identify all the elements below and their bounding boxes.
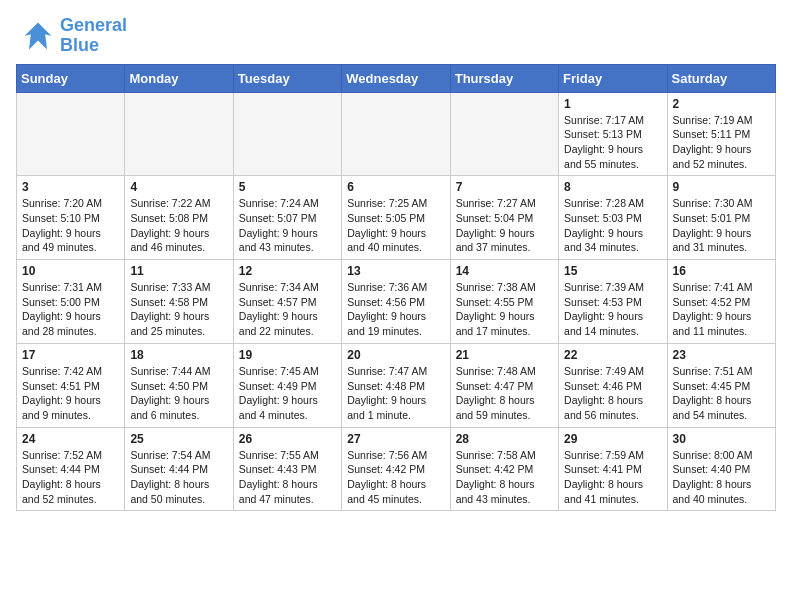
calendar-cell <box>233 92 341 176</box>
day-number: 21 <box>456 348 553 362</box>
day-info: Sunrise: 7:27 AM Sunset: 5:04 PM Dayligh… <box>456 196 553 255</box>
day-number: 25 <box>130 432 227 446</box>
day-info: Sunrise: 7:56 AM Sunset: 4:42 PM Dayligh… <box>347 448 444 507</box>
day-info: Sunrise: 7:52 AM Sunset: 4:44 PM Dayligh… <box>22 448 119 507</box>
weekday-header-friday: Friday <box>559 64 667 92</box>
day-number: 7 <box>456 180 553 194</box>
calendar-cell <box>17 92 125 176</box>
day-info: Sunrise: 7:22 AM Sunset: 5:08 PM Dayligh… <box>130 196 227 255</box>
calendar-cell: 17Sunrise: 7:42 AM Sunset: 4:51 PM Dayli… <box>17 343 125 427</box>
day-info: Sunrise: 7:33 AM Sunset: 4:58 PM Dayligh… <box>130 280 227 339</box>
calendar-cell: 5Sunrise: 7:24 AM Sunset: 5:07 PM Daylig… <box>233 176 341 260</box>
calendar-cell: 29Sunrise: 7:59 AM Sunset: 4:41 PM Dayli… <box>559 427 667 511</box>
day-info: Sunrise: 7:20 AM Sunset: 5:10 PM Dayligh… <box>22 196 119 255</box>
week-row-3: 10Sunrise: 7:31 AM Sunset: 5:00 PM Dayli… <box>17 260 776 344</box>
calendar-cell: 20Sunrise: 7:47 AM Sunset: 4:48 PM Dayli… <box>342 343 450 427</box>
calendar-cell: 7Sunrise: 7:27 AM Sunset: 5:04 PM Daylig… <box>450 176 558 260</box>
week-row-1: 1Sunrise: 7:17 AM Sunset: 5:13 PM Daylig… <box>17 92 776 176</box>
day-number: 20 <box>347 348 444 362</box>
day-number: 9 <box>673 180 770 194</box>
calendar-cell: 30Sunrise: 8:00 AM Sunset: 4:40 PM Dayli… <box>667 427 775 511</box>
day-info: Sunrise: 8:00 AM Sunset: 4:40 PM Dayligh… <box>673 448 770 507</box>
day-info: Sunrise: 7:38 AM Sunset: 4:55 PM Dayligh… <box>456 280 553 339</box>
calendar-cell: 19Sunrise: 7:45 AM Sunset: 4:49 PM Dayli… <box>233 343 341 427</box>
day-number: 1 <box>564 97 661 111</box>
calendar-cell: 14Sunrise: 7:38 AM Sunset: 4:55 PM Dayli… <box>450 260 558 344</box>
logo-text: General Blue <box>60 16 127 56</box>
weekday-header-row: SundayMondayTuesdayWednesdayThursdayFrid… <box>17 64 776 92</box>
calendar-table: SundayMondayTuesdayWednesdayThursdayFrid… <box>16 64 776 512</box>
day-info: Sunrise: 7:19 AM Sunset: 5:11 PM Dayligh… <box>673 113 770 172</box>
svg-marker-0 <box>25 22 52 49</box>
calendar-cell: 16Sunrise: 7:41 AM Sunset: 4:52 PM Dayli… <box>667 260 775 344</box>
day-info: Sunrise: 7:45 AM Sunset: 4:49 PM Dayligh… <box>239 364 336 423</box>
day-number: 30 <box>673 432 770 446</box>
calendar-cell: 12Sunrise: 7:34 AM Sunset: 4:57 PM Dayli… <box>233 260 341 344</box>
day-info: Sunrise: 7:55 AM Sunset: 4:43 PM Dayligh… <box>239 448 336 507</box>
weekday-header-tuesday: Tuesday <box>233 64 341 92</box>
day-info: Sunrise: 7:59 AM Sunset: 4:41 PM Dayligh… <box>564 448 661 507</box>
day-number: 27 <box>347 432 444 446</box>
day-number: 2 <box>673 97 770 111</box>
calendar-cell <box>125 92 233 176</box>
day-info: Sunrise: 7:44 AM Sunset: 4:50 PM Dayligh… <box>130 364 227 423</box>
day-info: Sunrise: 7:58 AM Sunset: 4:42 PM Dayligh… <box>456 448 553 507</box>
day-info: Sunrise: 7:42 AM Sunset: 4:51 PM Dayligh… <box>22 364 119 423</box>
calendar-cell <box>342 92 450 176</box>
day-number: 16 <box>673 264 770 278</box>
weekday-header-thursday: Thursday <box>450 64 558 92</box>
day-number: 14 <box>456 264 553 278</box>
calendar-cell: 21Sunrise: 7:48 AM Sunset: 4:47 PM Dayli… <box>450 343 558 427</box>
day-info: Sunrise: 7:41 AM Sunset: 4:52 PM Dayligh… <box>673 280 770 339</box>
day-info: Sunrise: 7:48 AM Sunset: 4:47 PM Dayligh… <box>456 364 553 423</box>
week-row-2: 3Sunrise: 7:20 AM Sunset: 5:10 PM Daylig… <box>17 176 776 260</box>
calendar-cell: 6Sunrise: 7:25 AM Sunset: 5:05 PM Daylig… <box>342 176 450 260</box>
calendar-cell: 24Sunrise: 7:52 AM Sunset: 4:44 PM Dayli… <box>17 427 125 511</box>
calendar-cell: 11Sunrise: 7:33 AM Sunset: 4:58 PM Dayli… <box>125 260 233 344</box>
week-row-5: 24Sunrise: 7:52 AM Sunset: 4:44 PM Dayli… <box>17 427 776 511</box>
calendar-cell: 8Sunrise: 7:28 AM Sunset: 5:03 PM Daylig… <box>559 176 667 260</box>
day-number: 4 <box>130 180 227 194</box>
day-info: Sunrise: 7:39 AM Sunset: 4:53 PM Dayligh… <box>564 280 661 339</box>
weekday-header-sunday: Sunday <box>17 64 125 92</box>
calendar-cell <box>450 92 558 176</box>
weekday-header-saturday: Saturday <box>667 64 775 92</box>
day-number: 18 <box>130 348 227 362</box>
day-number: 6 <box>347 180 444 194</box>
day-number: 5 <box>239 180 336 194</box>
day-number: 26 <box>239 432 336 446</box>
day-number: 23 <box>673 348 770 362</box>
logo: General Blue <box>20 16 127 56</box>
calendar-cell: 3Sunrise: 7:20 AM Sunset: 5:10 PM Daylig… <box>17 176 125 260</box>
calendar-cell: 25Sunrise: 7:54 AM Sunset: 4:44 PM Dayli… <box>125 427 233 511</box>
calendar-cell: 22Sunrise: 7:49 AM Sunset: 4:46 PM Dayli… <box>559 343 667 427</box>
logo-icon <box>20 18 56 54</box>
day-info: Sunrise: 7:51 AM Sunset: 4:45 PM Dayligh… <box>673 364 770 423</box>
week-row-4: 17Sunrise: 7:42 AM Sunset: 4:51 PM Dayli… <box>17 343 776 427</box>
calendar-cell: 10Sunrise: 7:31 AM Sunset: 5:00 PM Dayli… <box>17 260 125 344</box>
day-number: 24 <box>22 432 119 446</box>
calendar-cell: 13Sunrise: 7:36 AM Sunset: 4:56 PM Dayli… <box>342 260 450 344</box>
day-info: Sunrise: 7:17 AM Sunset: 5:13 PM Dayligh… <box>564 113 661 172</box>
calendar-cell: 26Sunrise: 7:55 AM Sunset: 4:43 PM Dayli… <box>233 427 341 511</box>
day-number: 17 <box>22 348 119 362</box>
day-number: 3 <box>22 180 119 194</box>
day-info: Sunrise: 7:31 AM Sunset: 5:00 PM Dayligh… <box>22 280 119 339</box>
day-number: 11 <box>130 264 227 278</box>
calendar-cell: 28Sunrise: 7:58 AM Sunset: 4:42 PM Dayli… <box>450 427 558 511</box>
day-number: 19 <box>239 348 336 362</box>
day-info: Sunrise: 7:28 AM Sunset: 5:03 PM Dayligh… <box>564 196 661 255</box>
day-info: Sunrise: 7:24 AM Sunset: 5:07 PM Dayligh… <box>239 196 336 255</box>
calendar-cell: 4Sunrise: 7:22 AM Sunset: 5:08 PM Daylig… <box>125 176 233 260</box>
calendar-cell: 15Sunrise: 7:39 AM Sunset: 4:53 PM Dayli… <box>559 260 667 344</box>
calendar-cell: 9Sunrise: 7:30 AM Sunset: 5:01 PM Daylig… <box>667 176 775 260</box>
calendar-cell: 23Sunrise: 7:51 AM Sunset: 4:45 PM Dayli… <box>667 343 775 427</box>
day-info: Sunrise: 7:47 AM Sunset: 4:48 PM Dayligh… <box>347 364 444 423</box>
calendar-cell: 27Sunrise: 7:56 AM Sunset: 4:42 PM Dayli… <box>342 427 450 511</box>
day-info: Sunrise: 7:34 AM Sunset: 4:57 PM Dayligh… <box>239 280 336 339</box>
weekday-header-monday: Monday <box>125 64 233 92</box>
calendar-cell: 2Sunrise: 7:19 AM Sunset: 5:11 PM Daylig… <box>667 92 775 176</box>
calendar-cell: 18Sunrise: 7:44 AM Sunset: 4:50 PM Dayli… <box>125 343 233 427</box>
day-number: 15 <box>564 264 661 278</box>
day-info: Sunrise: 7:30 AM Sunset: 5:01 PM Dayligh… <box>673 196 770 255</box>
